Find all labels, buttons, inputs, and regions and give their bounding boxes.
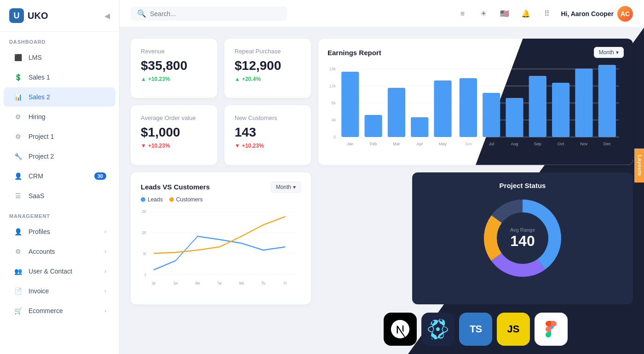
legend-leads: Leads <box>141 196 163 203</box>
month-selector[interactable]: Month ▾ <box>594 47 624 58</box>
repeat-label: Repeat Purchase <box>235 48 301 55</box>
flag-icon[interactable]: 🇺🇸 <box>497 6 512 21</box>
leads-vs-customers-chart: 150 100 50 0 Sat Sun Mon Tue Wed Thu <box>141 206 301 289</box>
user-area[interactable]: Hi, Aaron Cooper AC <box>561 6 633 22</box>
svg-text:Sun: Sun <box>173 280 178 285</box>
avg-range-value: 140 <box>510 232 535 249</box>
ecommerce-icon: 🛒 <box>13 306 23 316</box>
avg-range-label: Avg Range <box>510 227 535 232</box>
svg-text:Nov: Nov <box>580 142 588 146</box>
avatar: AC <box>617 6 633 22</box>
layouts-button[interactable]: Layouts <box>634 148 644 183</box>
sidebar-item-label: Sales 1 <box>29 74 50 81</box>
svg-rect-11 <box>365 115 382 137</box>
svg-text:150: 150 <box>142 209 146 214</box>
avg-label: Average Order value <box>141 114 207 121</box>
sidebar-item-user-contact[interactable]: 👥 User & Contact › <box>4 262 115 281</box>
react-icon[interactable] <box>421 313 454 346</box>
svg-text:Tue: Tue <box>218 280 222 285</box>
leads-period-selector[interactable]: Month ▾ <box>271 182 301 193</box>
sidebar-item-lms[interactable]: ⬛ LMS <box>4 48 115 67</box>
sidebar: U UKO ◀ DASHBOARD ⬛ LMS 💲 Sales 1 📊 Sale… <box>0 0 120 354</box>
legend-customers: Customers <box>169 196 203 203</box>
leads-legend-dot <box>141 197 145 202</box>
repeat-change: ▲ +20.4% <box>235 76 301 82</box>
apps-icon[interactable]: ⠿ <box>540 6 554 21</box>
hiring-icon: ⚙ <box>13 112 23 122</box>
topbar-actions: ≡ ☀ 🇺🇸 🔔 ⠿ Hi, Aaron Cooper AC <box>455 6 633 22</box>
svg-text:Dec: Dec <box>604 142 611 146</box>
sidebar-section-management: MANAGEMENT 👤 Profiles › ⚙ Accounts › 👥 U… <box>0 206 119 321</box>
kpi-revenue-card: Revenue $35,800 ▲ +10.23% <box>131 39 217 98</box>
search-input[interactable] <box>150 10 281 17</box>
sidebar-item-label: Accounts <box>29 248 55 255</box>
section-label-management: MANAGEMENT <box>0 206 119 222</box>
svg-text:Thu: Thu <box>261 280 265 285</box>
figma-icon[interactable] <box>535 313 568 346</box>
up-arrow-icon: ▲ <box>141 76 146 82</box>
chevron-down-icon: ▾ <box>616 49 619 56</box>
theme-icon[interactable]: ☀ <box>476 6 491 21</box>
svg-text:Fri: Fri <box>284 280 287 285</box>
user-name: Hi, Aaron Cooper <box>561 10 614 17</box>
sidebar-item-profiles[interactable]: 👤 Profiles › <box>4 222 115 241</box>
sidebar-item-accounts[interactable]: ⚙ Accounts › <box>4 242 115 261</box>
notification-icon[interactable]: 🔔 <box>518 6 533 21</box>
customers-change: ▼ +10.23% <box>235 143 301 149</box>
sidebar-item-crm[interactable]: 👤 CRM 30 <box>4 166 115 186</box>
avg-value: $1,000 <box>141 125 207 140</box>
svg-rect-17 <box>506 98 523 137</box>
sidebar-item-label: Project 1 <box>29 133 54 140</box>
revenue-value: $35,800 <box>141 58 207 73</box>
svg-rect-20 <box>575 69 592 137</box>
javascript-icon[interactable]: JS <box>497 313 530 346</box>
sidebar-item-project2[interactable]: 🔧 Project 2 <box>4 147 115 166</box>
leads-chart-title: Leads VS Customers <box>141 183 210 191</box>
svg-rect-21 <box>598 65 616 137</box>
menu-icon[interactable]: ≡ <box>455 6 470 21</box>
sidebar-item-ecommerce[interactable]: 🛒 Ecommerce › <box>4 301 115 320</box>
sales2-icon: 📊 <box>13 92 23 102</box>
project-status-title: Project Status <box>500 182 546 189</box>
accounts-icon: ⚙ <box>13 246 23 257</box>
customers-label: New Customers <box>235 114 301 121</box>
chevron-right-icon: › <box>104 288 106 294</box>
sidebar-item-label: Profiles <box>29 228 50 235</box>
sidebar-item-saas[interactable]: ☰ SaaS <box>4 186 115 206</box>
svg-rect-13 <box>411 117 428 137</box>
nextjs-icon[interactable] <box>384 313 417 346</box>
svg-rect-18 <box>529 76 546 137</box>
sidebar-item-hiring[interactable]: ⚙ Hiring <box>4 107 115 126</box>
user-contact-icon: 👥 <box>13 266 23 276</box>
sidebar-item-project1[interactable]: ⚙ Project 1 <box>4 127 115 146</box>
sidebar-collapse-button[interactable]: ◀ <box>104 11 110 20</box>
project2-icon: 🔧 <box>13 151 23 161</box>
up-arrow-icon: ▲ <box>235 76 240 82</box>
svg-text:Jun: Jun <box>465 142 472 146</box>
svg-text:Aug: Aug <box>511 142 518 146</box>
earnings-chart-card: Earnings Report Month ▾ 15k 11k 8k 4k 0 <box>318 39 633 165</box>
sidebar-item-label: Project 2 <box>29 153 54 160</box>
svg-text:15k: 15k <box>329 67 336 71</box>
donut-chart-wrapper: Avg Range 140 <box>481 197 564 280</box>
svg-rect-16 <box>483 93 500 137</box>
content-area: Revenue $35,800 ▲ +10.23% Repeat Purchas… <box>120 28 644 354</box>
chevron-right-icon: › <box>104 308 106 314</box>
sidebar-item-label: CRM <box>29 172 43 180</box>
sidebar-item-invoice[interactable]: 📄 Invoice › <box>4 281 115 301</box>
kpi-avg-card: Average Order value $1,000 ▼ +10.23% <box>131 105 217 165</box>
sidebar-item-label: Sales 2 <box>29 93 50 101</box>
logo-icon: U <box>9 8 24 23</box>
svg-text:Jul: Jul <box>489 142 494 146</box>
revenue-label: Revenue <box>141 48 207 55</box>
svg-text:0: 0 <box>144 272 146 277</box>
typescript-icon[interactable]: TS <box>459 313 492 346</box>
crm-badge: 30 <box>94 172 106 180</box>
sidebar-item-sales1[interactable]: 💲 Sales 1 <box>4 68 115 87</box>
saas-icon: ☰ <box>13 191 23 201</box>
profiles-icon: 👤 <box>13 227 23 237</box>
sidebar-item-sales2[interactable]: 📊 Sales 2 <box>4 87 115 107</box>
search-box[interactable]: 🔍 <box>131 6 287 21</box>
svg-text:May: May <box>439 142 447 146</box>
chevron-right-icon: › <box>104 248 106 255</box>
